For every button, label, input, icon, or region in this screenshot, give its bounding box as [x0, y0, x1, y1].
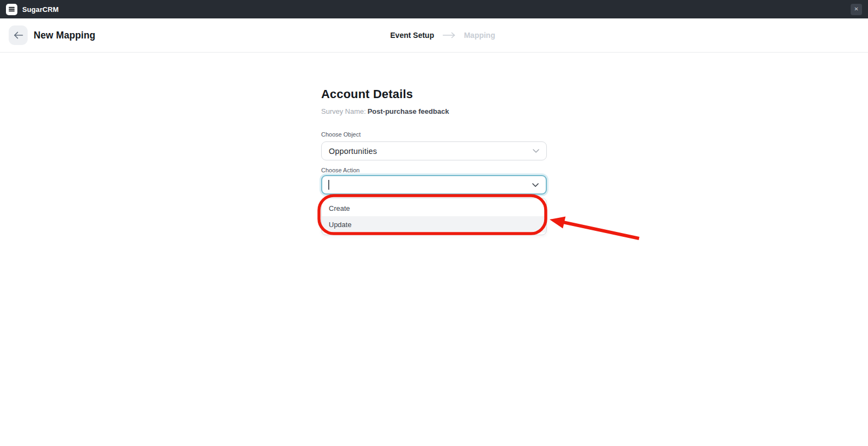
- survey-name-line: Survey Name:Post-purchase feedback: [321, 107, 547, 116]
- section-heading: Account Details: [321, 87, 547, 101]
- choose-object-value: Opportunities: [329, 147, 377, 156]
- brand: SugarCRM: [6, 4, 59, 15]
- breadcrumb-step-event-setup[interactable]: Event Setup: [390, 31, 434, 40]
- choose-action-select[interactable]: [321, 175, 547, 195]
- action-dropdown-menu: Create Update: [321, 198, 547, 235]
- long-right-arrow-icon: [442, 32, 456, 38]
- red-arrow-annotation: [550, 217, 639, 239]
- choose-action-label: Choose Action: [321, 167, 547, 174]
- breadcrumb: Event Setup Mapping: [390, 31, 495, 40]
- topbar: SugarCRM ✕: [0, 0, 868, 18]
- brand-name: SugarCRM: [22, 5, 59, 14]
- text-cursor: [328, 180, 329, 190]
- close-button[interactable]: ✕: [851, 4, 862, 15]
- mapping-form: Account Details Survey Name:Post-purchas…: [321, 53, 547, 235]
- sugarcrm-logo: [6, 4, 17, 15]
- survey-name-label: Survey Name:: [321, 107, 366, 115]
- layers-icon: [8, 6, 15, 13]
- dropdown-option-create[interactable]: Create: [322, 200, 546, 216]
- back-button[interactable]: [9, 25, 28, 45]
- back-arrow-icon: [14, 31, 23, 39]
- breadcrumb-step-mapping: Mapping: [464, 31, 495, 40]
- dropdown-option-update[interactable]: Update: [322, 216, 546, 232]
- survey-name-value: Post-purchase feedback: [367, 107, 449, 115]
- page-title: New Mapping: [34, 30, 95, 41]
- page-header: New Mapping Event Setup Mapping: [0, 18, 868, 53]
- choose-object-select[interactable]: Opportunities: [321, 141, 547, 160]
- chevron-down-icon: [532, 183, 539, 187]
- chevron-down-icon: [533, 149, 539, 153]
- close-icon: ✕: [854, 7, 858, 12]
- choose-object-label: Choose Object: [321, 131, 547, 138]
- app-window: { "topbar": { "brand": "SugarCRM", "clos…: [0, 0, 868, 446]
